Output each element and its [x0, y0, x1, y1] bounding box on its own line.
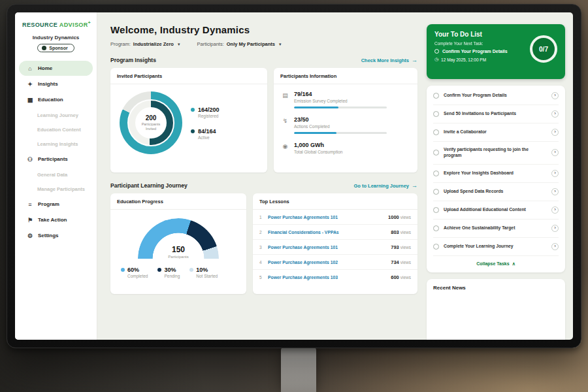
- checkbox-icon[interactable]: [433, 129, 439, 135]
- checkbox-icon[interactable]: [433, 171, 439, 176]
- not-started-dot-icon: [189, 268, 193, 272]
- task-row-verify-participants[interactable]: Verify participants requesting to join t…: [433, 142, 559, 165]
- sidebar-item-label: Participants: [38, 156, 68, 162]
- views-unit: views: [400, 230, 411, 235]
- lesson-rank: 5: [259, 275, 263, 280]
- donut-legend: 164/200 Registered 84/164 Active: [191, 106, 220, 140]
- insights-icon: ✦: [27, 81, 33, 88]
- chevron-right-icon[interactable]: ›: [551, 188, 559, 195]
- task-row-upload-spend-data[interactable]: Upload Spend Data Records ›: [433, 183, 559, 201]
- sidebar-item-settings[interactable]: ⚙ Settings: [19, 228, 93, 243]
- views-unit: views: [400, 260, 411, 265]
- program-filter[interactable]: Program: Industrialize Zero ▾: [110, 41, 180, 47]
- lesson-row[interactable]: 3 Power Purchase Agreements 101 793views: [253, 240, 417, 255]
- sidebar-item-insights[interactable]: ✦ Insights: [19, 76, 93, 91]
- sponsor-badge[interactable]: Sponsor: [37, 44, 74, 52]
- views-unit: views: [400, 275, 411, 280]
- sidebar-item-label: Learning Journey: [37, 112, 78, 118]
- legend-completed: 60% Completed: [121, 267, 148, 278]
- donut-center: 200 Participants Invited: [135, 107, 167, 139]
- progress-fill: [294, 106, 338, 108]
- progress-bar: [294, 132, 387, 134]
- todo-next-task-label: Confirm Your Program Details: [442, 49, 508, 54]
- lesson-rank: 3: [259, 245, 263, 250]
- check-more-insights-link[interactable]: Check More Insights →: [361, 57, 417, 63]
- lesson-views: 793views: [391, 244, 411, 250]
- pending-dot-icon: [157, 268, 161, 272]
- lesson-link[interactable]: Power Purchase Agreements 102: [268, 260, 386, 265]
- chevron-right-icon[interactable]: ›: [551, 225, 559, 232]
- sidebar-item-label: Insights: [38, 81, 58, 87]
- stat-emission-survey: ▤ 79/164 Emission Survey Completed: [282, 91, 410, 108]
- sidebar-item-general-data[interactable]: General Data: [15, 167, 97, 182]
- task-row-explore-insights[interactable]: Explore Your Insights Dashboard ›: [433, 165, 559, 183]
- lesson-rank: 1: [259, 215, 263, 220]
- app-logo: RESOURCE ADVISOR+: [15, 20, 97, 28]
- chevron-right-icon[interactable]: ›: [551, 92, 559, 99]
- chevron-right-icon[interactable]: ›: [551, 129, 559, 136]
- legend-not-started: 10% Not Started: [189, 267, 218, 278]
- views-unit: views: [400, 215, 411, 220]
- stat-value: 79/164: [294, 91, 387, 97]
- task-row-invite-collaborator[interactable]: Invite a Collaborator ›: [433, 123, 559, 142]
- program-filter-value: Industrialize Zero: [133, 41, 174, 47]
- participants-filter-label: Participants:: [197, 41, 223, 47]
- checkbox-icon[interactable]: [434, 49, 439, 54]
- sidebar-item-manage-participants[interactable]: Manage Participants: [15, 182, 97, 196]
- active-dot-icon: [191, 129, 195, 133]
- go-to-learning-journey-link[interactable]: Go to Learning Journey →: [353, 182, 417, 189]
- checkbox-icon[interactable]: [433, 93, 439, 99]
- sidebar-item-participants[interactable]: ⚇ Participants: [19, 152, 93, 167]
- sidebar-item-take-action[interactable]: ⚑ Take Action: [19, 212, 93, 227]
- lesson-link[interactable]: Financial Considerations - VPPAs: [268, 230, 386, 235]
- sidebar-item-label: Learning Insights: [37, 141, 78, 147]
- checkbox-icon[interactable]: [433, 189, 439, 195]
- task-row-send-invitations[interactable]: Send 50 Invitations to Participants ›: [433, 105, 559, 123]
- task-label: Explore Your Insights Dashboard: [444, 171, 547, 176]
- lesson-link[interactable]: Power Purchase Agreements 103: [268, 275, 386, 280]
- chevron-right-icon[interactable]: ›: [551, 110, 559, 118]
- lesson-row[interactable]: 1 Power Purchase Agreements 101 1000view…: [253, 210, 417, 225]
- recent-news-title: Recent News: [433, 285, 559, 291]
- program-insights-header: Program Insights Check More Insights →: [110, 57, 417, 63]
- lesson-row[interactable]: 4 Power Purchase Agreements 102 734views: [253, 255, 417, 270]
- task-row-complete-learning-journey[interactable]: Complete Your Learning Journey ›: [433, 238, 559, 256]
- chevron-down-icon: ▾: [178, 42, 180, 47]
- sidebar-item-learning-journey[interactable]: Learning Journey: [15, 108, 97, 122]
- learning-journey-header: Participant Learning Journey Go to Learn…: [110, 182, 417, 189]
- checkbox-icon[interactable]: [433, 111, 439, 117]
- sidebar-item-home[interactable]: ⌂ Home: [19, 61, 93, 76]
- lesson-link[interactable]: Power Purchase Agreements 101: [268, 215, 384, 220]
- chevron-right-icon[interactable]: ›: [551, 149, 559, 156]
- recent-news-card: Recent News: [427, 279, 565, 340]
- learning-cards-row: Education Progress 150 Participants: [110, 193, 417, 294]
- lesson-row[interactable]: 2 Financial Considerations - VPPAs 803vi…: [253, 225, 417, 240]
- progress-fill: [294, 132, 336, 134]
- lesson-link[interactable]: Power Purchase Agreements 101: [268, 245, 386, 250]
- sidebar-item-education-content[interactable]: Education Content: [15, 122, 97, 137]
- home-icon: ⌂: [27, 65, 33, 72]
- task-row-confirm-program[interactable]: Confirm Your Program Details ›: [433, 87, 559, 105]
- checkbox-icon[interactable]: [433, 225, 439, 231]
- participants-filter[interactable]: Participants: Only My Participants ▾: [197, 41, 281, 47]
- sidebar-item-label: General Data: [37, 172, 67, 178]
- collapse-tasks-link[interactable]: Collapse Tasks ∧: [433, 256, 559, 270]
- chevron-right-icon[interactable]: ›: [551, 206, 559, 214]
- lesson-row[interactable]: 5 Power Purchase Agreements 103 600views: [253, 270, 417, 284]
- chevron-right-icon[interactable]: ›: [551, 170, 559, 177]
- checkbox-icon[interactable]: [433, 207, 439, 213]
- task-row-upload-educational-content[interactable]: Upload Additional Educational Content ›: [433, 201, 559, 220]
- task-row-achieve-target[interactable]: Achieve One Sustainability Target ›: [433, 220, 559, 238]
- legend-value: 164/200: [198, 106, 220, 113]
- chevron-right-icon[interactable]: ›: [551, 243, 559, 250]
- todo-next-task[interactable]: Confirm Your Program Details: [434, 49, 518, 54]
- card-title: Participants Information: [274, 68, 417, 84]
- completed-dot-icon: [121, 268, 125, 272]
- checkbox-icon[interactable]: [433, 244, 439, 250]
- checkbox-icon[interactable]: [433, 150, 439, 155]
- sidebar-item-education[interactable]: ▦ Education: [19, 92, 93, 107]
- todo-summary-card: Your To Do List Complete Your Next Task:…: [427, 24, 565, 79]
- sidebar-item-program[interactable]: ≡ Program: [19, 197, 93, 212]
- sidebar-item-learning-insights[interactable]: Learning Insights: [15, 137, 97, 151]
- stat-label: Total Global Consumption: [294, 150, 342, 154]
